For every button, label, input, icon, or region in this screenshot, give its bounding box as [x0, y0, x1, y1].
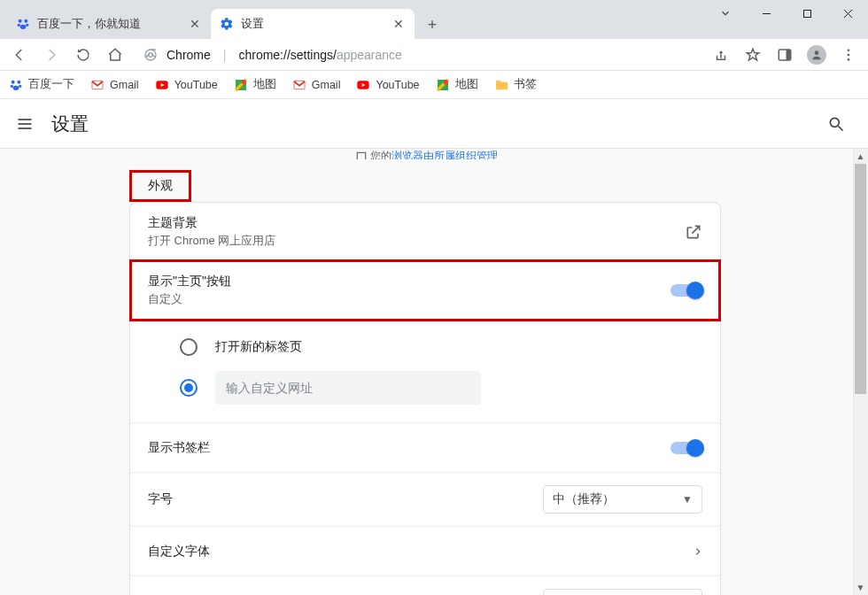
- scroll-track[interactable]: [853, 164, 868, 580]
- person-icon: [807, 45, 826, 65]
- radio-selected-icon: [180, 379, 198, 397]
- row-page-zoom: 网页缩放 100% ▼: [130, 576, 720, 595]
- settings-header: 设置: [0, 99, 868, 149]
- page-zoom-select[interactable]: 100% ▼: [543, 589, 702, 595]
- managed-link[interactable]: 浏览器由所属组织管理: [391, 150, 498, 159]
- managed-notice: 您的浏览器由所属组织管理: [0, 149, 853, 159]
- appearance-card: 主题背景 打开 Chrome 网上应用店 显示"主页"按钮 自定义: [129, 202, 721, 595]
- row-theme[interactable]: 主题背景 打开 Chrome 网上应用店: [130, 203, 720, 261]
- radio-unselected-icon: [180, 338, 198, 356]
- home-button[interactable]: [103, 42, 128, 67]
- close-window-button[interactable]: [827, 0, 868, 27]
- minimize-button[interactable]: [746, 0, 787, 27]
- window-titlebar: 百度一下，你就知道 ✕ 设置 ✕ +: [0, 0, 868, 39]
- radio-new-tab-page[interactable]: 打开新的标签页: [180, 327, 702, 367]
- bookmark-label: 书签: [514, 77, 537, 92]
- svg-point-36: [830, 118, 839, 127]
- toolbar: Chrome | chrome://settings/appearance: [0, 39, 868, 71]
- bookmark-label: 百度一下: [28, 77, 74, 92]
- url-scheme-label: Chrome: [167, 48, 211, 62]
- svg-point-1: [24, 19, 27, 23]
- toggle-home-button[interactable]: [670, 284, 702, 297]
- paw-icon: [9, 78, 23, 92]
- youtube-icon: [356, 78, 370, 92]
- close-icon[interactable]: ✕: [391, 17, 406, 31]
- svg-point-20: [12, 80, 15, 83]
- bookmark-label: Gmail: [312, 79, 341, 91]
- svg-point-3: [26, 24, 28, 27]
- bookmark-maps[interactable]: 地图: [436, 77, 478, 92]
- svg-point-19: [848, 58, 850, 60]
- custom-url-input[interactable]: [215, 371, 481, 405]
- scroll-down-icon[interactable]: ▼: [853, 580, 868, 595]
- new-tab-button[interactable]: +: [420, 12, 445, 37]
- maps-icon: [234, 78, 248, 92]
- toggle-bookmarks-bar[interactable]: [670, 442, 702, 454]
- svg-point-32: [443, 80, 447, 84]
- tab-settings[interactable]: 设置 ✕: [211, 9, 415, 39]
- row-title: 显示书签栏: [148, 440, 670, 456]
- menu-button[interactable]: [836, 42, 861, 67]
- bookmark-youtube[interactable]: YouTube: [155, 78, 218, 92]
- building-icon: [355, 151, 368, 159]
- home-button-options: 打开新的标签页: [130, 320, 720, 422]
- chevron-down-icon[interactable]: [705, 0, 746, 27]
- row-bookmarks-bar[interactable]: 显示书签栏: [130, 422, 720, 472]
- share-icon[interactable]: [709, 42, 733, 67]
- scroll-thumb[interactable]: [855, 164, 866, 394]
- managed-prefix: 您的: [370, 150, 391, 159]
- forward-button[interactable]: [39, 42, 64, 67]
- menu-icon[interactable]: [14, 113, 35, 135]
- svg-point-9: [145, 50, 156, 60]
- bookmark-youtube[interactable]: YouTube: [356, 78, 419, 92]
- svg-point-28: [241, 80, 245, 84]
- bookmark-folder[interactable]: 书签: [494, 77, 537, 92]
- svg-point-21: [17, 80, 20, 83]
- scrollbar[interactable]: ▲ ▼: [853, 149, 868, 595]
- search-button[interactable]: [818, 106, 854, 142]
- svg-point-2: [18, 24, 20, 27]
- font-size-select[interactable]: 中（推荐） ▼: [543, 485, 702, 514]
- toolbar-right: [709, 42, 861, 67]
- scroll-up-icon[interactable]: ▲: [853, 149, 868, 164]
- svg-rect-38: [357, 152, 365, 159]
- svg-line-37: [839, 126, 843, 130]
- row-title: 显示"主页"按钮: [148, 274, 670, 290]
- row-title: 字号: [148, 491, 543, 507]
- svg-point-4: [20, 25, 27, 29]
- bookmark-label: YouTube: [174, 79, 218, 91]
- bookmark-baidu[interactable]: 百度一下: [9, 77, 74, 92]
- chevron-right-icon: [694, 545, 702, 559]
- maximize-button[interactable]: [787, 0, 827, 27]
- bookmark-gmail[interactable]: Gmail: [292, 78, 341, 92]
- row-custom-fonts[interactable]: 自定义字体: [130, 526, 720, 576]
- side-panel-icon[interactable]: [772, 42, 797, 67]
- back-button[interactable]: [7, 42, 32, 67]
- tab-baidu[interactable]: 百度一下，你就知道 ✕: [7, 9, 211, 39]
- content-area: 您的浏览器由所属组织管理 外观 主题背景 打开 Chrome 网上应用店 显示"…: [0, 149, 868, 595]
- bookmark-gmail[interactable]: Gmail: [90, 78, 139, 92]
- tab-title: 设置: [241, 17, 391, 32]
- bookmark-maps[interactable]: 地图: [234, 77, 276, 92]
- svg-point-16: [815, 50, 819, 55]
- select-value: 中（推荐）: [553, 491, 615, 507]
- bookmark-star-icon[interactable]: [740, 42, 765, 67]
- mail-icon: [292, 78, 306, 92]
- row-home-button[interactable]: 显示"主页"按钮 自定义: [130, 261, 720, 320]
- radio-label: 打开新的标签页: [215, 339, 302, 355]
- reload-button[interactable]: [71, 42, 96, 67]
- radio-custom-url[interactable]: [180, 367, 702, 408]
- mail-icon: [90, 78, 105, 92]
- address-bar[interactable]: Chrome | chrome://settings/appearance: [135, 42, 701, 67]
- maps-icon: [436, 78, 450, 92]
- url-page: appearance: [337, 48, 402, 62]
- row-subtitle: 自定义: [148, 291, 670, 307]
- row-title: 自定义字体: [148, 544, 694, 560]
- svg-point-23: [19, 84, 21, 87]
- window-controls: [705, 0, 868, 28]
- profile-avatar[interactable]: [804, 42, 829, 67]
- close-icon[interactable]: ✕: [188, 17, 202, 31]
- external-link-icon[interactable]: [685, 223, 702, 241]
- row-font-size: 字号 中（推荐） ▼: [130, 472, 720, 526]
- section-title-appearance: 外观: [129, 170, 191, 202]
